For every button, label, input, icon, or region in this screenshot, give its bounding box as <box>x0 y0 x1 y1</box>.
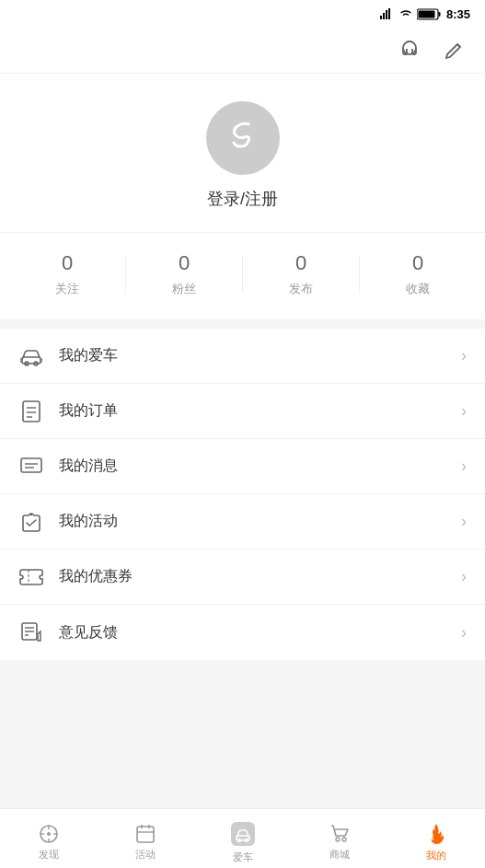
stat-fensi[interactable]: 0 粉丝 <box>126 251 242 297</box>
svg-marker-2 <box>386 10 387 19</box>
edit-icon <box>443 40 465 62</box>
bottom-nav: 发现 活动 爱车 商城 我的 <box>0 808 485 868</box>
my-coupon-label: 我的优惠券 <box>59 567 461 586</box>
mine-icon <box>424 822 448 846</box>
svg-rect-33 <box>231 822 255 846</box>
guanzhu-label: 关注 <box>55 281 79 297</box>
menu-item-my-message[interactable]: 我的消息 › <box>0 439 485 494</box>
stat-shoucang[interactable]: 0 收藏 <box>360 251 476 297</box>
activity-nav-icon <box>134 823 156 845</box>
fabu-label: 发布 <box>289 281 313 297</box>
wifi-icon <box>398 8 413 19</box>
login-register-text[interactable]: 登录/注册 <box>207 188 278 210</box>
feedback-icon <box>18 619 44 645</box>
svg-marker-3 <box>388 8 390 19</box>
car-nav-icon <box>229 820 257 848</box>
headset-icon <box>398 39 421 63</box>
status-bar: 8:35 <box>0 0 485 28</box>
stat-guanzhu[interactable]: 0 关注 <box>9 251 125 297</box>
svg-point-37 <box>336 838 340 841</box>
top-toolbar <box>0 28 485 74</box>
nav-item-mine[interactable]: 我的 <box>388 815 485 862</box>
my-car-chevron: › <box>461 346 467 365</box>
my-activity-label: 我的活动 <box>59 512 461 531</box>
shop-icon <box>329 823 351 845</box>
menu-item-feedback[interactable]: 意见反馈 › <box>0 605 485 660</box>
discover-icon <box>38 823 60 845</box>
stats-row: 0 关注 0 粉丝 0 发布 0 收藏 <box>0 232 485 319</box>
svg-point-38 <box>342 838 346 841</box>
nav-item-discover[interactable]: 发现 <box>0 816 97 862</box>
svg-rect-6 <box>418 10 434 17</box>
activity-nav-label: 活动 <box>135 848 156 862</box>
svg-rect-29 <box>137 827 154 842</box>
svg-rect-15 <box>21 458 41 472</box>
car-icon <box>18 343 44 369</box>
feedback-svg <box>20 621 42 643</box>
status-icons <box>380 8 441 20</box>
activity-icon <box>18 509 44 535</box>
my-order-label: 我的订单 <box>59 401 461 421</box>
fensi-number: 0 <box>179 251 190 275</box>
my-activity-chevron: › <box>461 512 467 531</box>
profile-section: 登录/注册 <box>0 74 485 232</box>
headset-button[interactable] <box>397 38 422 64</box>
fensi-label: 粉丝 <box>172 281 196 297</box>
order-icon <box>18 399 44 424</box>
svg-point-24 <box>47 832 51 836</box>
svg-rect-11 <box>23 401 40 422</box>
feedback-label: 意见反馈 <box>59 623 461 642</box>
menu-item-my-order[interactable]: 我的订单 › <box>0 384 485 439</box>
car-svg <box>20 346 42 366</box>
stat-fabu[interactable]: 0 发布 <box>243 251 359 297</box>
car-nav-label: 爱车 <box>233 851 253 864</box>
svg-marker-0 <box>380 16 382 19</box>
my-message-chevron: › <box>461 457 467 476</box>
my-order-chevron: › <box>461 401 467 421</box>
feedback-chevron: › <box>461 623 467 642</box>
mine-nav-label: 我的 <box>426 849 446 862</box>
menu-item-my-coupon[interactable]: 我的优惠券 › <box>0 550 485 605</box>
nav-item-activity[interactable]: 活动 <box>97 816 193 862</box>
status-time: 8:35 <box>446 7 470 21</box>
signal-icon <box>380 8 395 19</box>
svg-marker-1 <box>383 13 385 19</box>
svg-point-18 <box>30 513 32 515</box>
coupon-svg <box>19 568 43 586</box>
battery-icon <box>417 8 441 20</box>
guanzhu-number: 0 <box>62 251 73 275</box>
discover-nav-label: 发现 <box>39 848 59 862</box>
menu-section: 我的爱车 › 我的订单 › 我的消息 › <box>0 329 485 660</box>
nav-item-car[interactable]: 爱车 <box>194 813 291 864</box>
menu-item-my-car[interactable]: 我的爱车 › <box>0 329 485 384</box>
avatar-logo <box>223 115 263 162</box>
activity-svg <box>20 511 42 533</box>
fabu-number: 0 <box>295 251 306 275</box>
shoucang-label: 收藏 <box>406 281 430 297</box>
coupon-icon <box>18 564 44 590</box>
svg-rect-5 <box>438 12 440 17</box>
avatar[interactable] <box>206 101 280 175</box>
shop-nav-label: 商城 <box>329 848 350 862</box>
svg-point-7 <box>403 41 416 54</box>
menu-item-my-activity[interactable]: 我的活动 › <box>0 494 485 550</box>
order-svg <box>21 400 41 422</box>
message-svg <box>20 457 42 477</box>
shoucang-number: 0 <box>412 251 423 275</box>
my-message-label: 我的消息 <box>59 457 461 476</box>
brand-logo <box>223 115 263 156</box>
nav-item-shop[interactable]: 商城 <box>291 816 387 862</box>
edit-button[interactable] <box>441 38 467 64</box>
my-coupon-chevron: › <box>461 567 467 586</box>
my-car-label: 我的爱车 <box>59 346 461 365</box>
message-icon <box>18 454 44 480</box>
